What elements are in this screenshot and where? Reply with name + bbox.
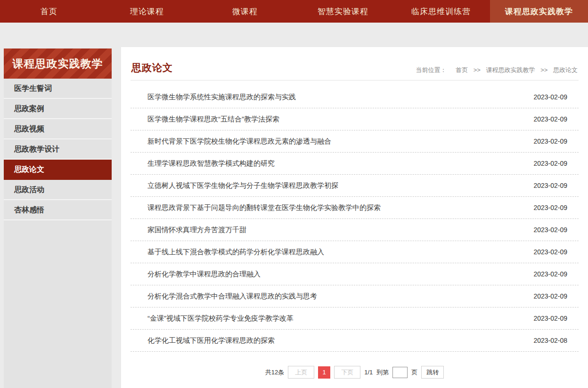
article-date: 2023-02-09 <box>533 248 567 256</box>
article-row: 医学微生物学课程思政“五结合”教学法探索 2023-02-09 <box>131 108 579 130</box>
breadcrumb-link[interactable]: 课程思政实践教学 <box>486 66 535 73</box>
article-list: 医学微生物学系统性实施课程思政的探索与实践 2023-02-09 医学微生物学课… <box>131 86 579 352</box>
article-date: 2023-02-09 <box>533 226 567 234</box>
breadcrumb-link[interactable]: 首页 <box>456 66 468 73</box>
article-date: 2023-02-09 <box>533 270 567 278</box>
goto-suffix-label: 页 <box>411 368 417 377</box>
breadcrumb: 当前位置： 首页 >> 课程思政实践教学 >> 思政论文 <box>416 66 578 74</box>
article-row: 生理学课程思政智慧教学模式构建的研究 2023-02-09 <box>131 153 579 175</box>
sidebar-item[interactable]: 思政案例 <box>4 99 112 119</box>
article-row: 医学微生物学系统性实施课程思政的探索与实践 2023-02-09 <box>131 86 579 108</box>
article-title-link[interactable]: 医学微生物学系统性实施课程思政的探索与实践 <box>147 93 296 102</box>
sidebar-title: 课程思政实践教学 <box>4 48 112 79</box>
sidebar-item[interactable]: 杏林感悟 <box>4 200 112 220</box>
prev-page-button[interactable]: 上页 <box>288 366 314 379</box>
sidebar: 课程思政实践教学 医学生誓词思政案例思政视频思政教学设计思政论文思政活动杏林感悟 <box>4 48 112 388</box>
breadcrumb-segment: >> 思政论文 <box>537 66 578 73</box>
article-date: 2023-02-09 <box>533 292 567 300</box>
article-title-link[interactable]: 医学微生物学课程思政“五结合”教学法探索 <box>147 115 279 124</box>
sidebar-item[interactable]: 医学生誓词 <box>4 79 112 99</box>
breadcrumb-separator: >> <box>474 66 481 73</box>
article-row: “金课”视域下医学院校药学专业免疫学教学改革 2023-02-09 <box>131 307 579 330</box>
current-page-button[interactable]: 1 <box>318 366 330 379</box>
nav-item[interactable]: 理论课程 <box>98 0 196 23</box>
article-date: 2023-02-09 <box>533 137 567 145</box>
breadcrumb-items: 首页 >> 课程思政实践教学 >> 思政论文 <box>447 66 578 73</box>
article-date: 2023-02-09 <box>533 93 567 101</box>
pagination: 共12条 上页 1 下页 1/1 到第 页 跳转 <box>131 366 579 379</box>
breadcrumb-prefix: 当前位置： <box>416 66 447 73</box>
breadcrumb-segment: >> 课程思政实践教学 <box>470 66 537 73</box>
article-row: 分析化学混合式教学中合理融入课程思政的实践与思考 2023-02-09 <box>131 285 579 307</box>
sidebar-menu: 医学生誓词思政案例思政视频思政教学设计思政论文思政活动杏林感悟 <box>4 79 112 220</box>
sidebar-item[interactable]: 思政视频 <box>4 119 112 139</box>
goto-prefix-label: 到第 <box>376 368 389 377</box>
article-date: 2023-02-09 <box>533 315 567 322</box>
page-indicator: 1/1 <box>364 369 373 376</box>
article-row: 化学化工视域下医用化学课程思政的探索 2023-02-08 <box>131 330 579 352</box>
sidebar-item[interactable]: 思政活动 <box>4 180 112 200</box>
article-row: 新时代背景下医学院校生物化学课程思政元素的渗透与融合 2023-02-09 <box>131 130 579 153</box>
article-row: 家国情怀求真理方舟苦渡万千甜 2023-02-09 <box>131 219 579 241</box>
article-title-link[interactable]: 基于线上线下混合教学模式的药学分析化学课程思政融入 <box>147 248 324 257</box>
article-row: 课程思政背景下基于问题导向的翻转课堂在医学生物化学实验教学中的探索 2023-0… <box>131 197 579 219</box>
nav-item[interactable]: 临床思维训练营 <box>392 0 490 23</box>
article-date: 2023-02-08 <box>533 337 567 344</box>
sidebar-item[interactable]: 思政论文 <box>4 160 112 180</box>
nav-item[interactable]: 智慧实验课程 <box>294 0 392 23</box>
article-title-link[interactable]: 分析化学教学中课程思政的合理融入 <box>147 270 261 279</box>
article-title-link[interactable]: 分析化学混合式教学中合理融入课程思政的实践与思考 <box>147 292 317 301</box>
top-nav: 首页理论课程微课程智慧实验课程临床思维训练营课程思政实践教学 <box>0 0 588 23</box>
article-row: 立德树人视域下医学生物化学与分子生物学课程思政教学初探 2023-02-09 <box>131 175 579 197</box>
article-title-link[interactable]: 课程思政背景下基于问题导向的翻转课堂在医学生物化学实验教学中的探索 <box>147 203 381 212</box>
article-title-link[interactable]: 立德树人视域下医学生物化学与分子生物学课程思政教学初探 <box>147 181 338 190</box>
article-title-link[interactable]: 化学化工视域下医用化学课程思政的探索 <box>147 336 275 345</box>
pagination-total: 共12条 <box>265 368 284 377</box>
article-title-link[interactable]: 生理学课程思政智慧教学模式构建的研究 <box>147 159 275 168</box>
article-title-link[interactable]: 家国情怀求真理方舟苦渡万千甜 <box>147 226 246 234</box>
article-title-link[interactable]: “金课”视域下医学院校药学专业免疫学教学改革 <box>147 314 294 323</box>
article-date: 2023-02-09 <box>533 182 567 189</box>
main-header: 思政论文 当前位置： 首页 >> 课程思政实践教学 >> 思政论文 <box>131 47 579 81</box>
nav-item[interactable]: 首页 <box>0 0 98 23</box>
article-row: 基于线上线下混合教学模式的药学分析化学课程思政融入 2023-02-09 <box>131 241 579 263</box>
main-panel: 思政论文 当前位置： 首页 >> 课程思政实践教学 >> 思政论文 医学微生物学… <box>121 47 588 388</box>
next-page-button[interactable]: 下页 <box>334 366 360 379</box>
sidebar-item[interactable]: 思政教学设计 <box>4 139 112 160</box>
nav-item[interactable]: 微课程 <box>196 0 294 23</box>
goto-page-input[interactable] <box>392 367 408 378</box>
article-date: 2023-02-09 <box>533 160 567 167</box>
article-date: 2023-02-09 <box>533 115 567 123</box>
nav-item[interactable]: 课程思政实践教学 <box>490 0 588 23</box>
breadcrumb-link[interactable]: 思政论文 <box>553 66 578 73</box>
article-date: 2023-02-09 <box>533 204 567 211</box>
page-title: 思政论文 <box>131 61 173 74</box>
breadcrumb-separator: >> <box>540 66 547 73</box>
breadcrumb-segment: 首页 <box>447 66 470 73</box>
jump-button[interactable]: 跳转 <box>421 366 444 379</box>
article-row: 分析化学教学中课程思政的合理融入 2023-02-09 <box>131 263 579 285</box>
article-title-link[interactable]: 新时代背景下医学院校生物化学课程思政元素的渗透与融合 <box>147 137 331 146</box>
